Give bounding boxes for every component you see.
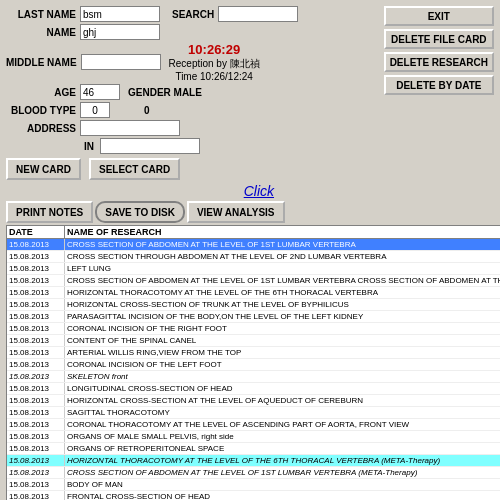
top-section: LAST NAME SEARCH NAME MIDDLE NAME 10:26:… [6, 6, 494, 180]
row-date: 15.08.2013 [7, 407, 65, 418]
table-header: DATE NAME OF RESEARCH [7, 226, 500, 239]
row-name: CROSS SECTION THROUGH ABDOMEN AT THE LEV… [65, 251, 500, 262]
view-analysis-button[interactable]: VIEW ANALYSIS [187, 201, 285, 223]
in-text-label: IN [80, 141, 94, 152]
left-form: LAST NAME SEARCH NAME MIDDLE NAME 10:26:… [6, 6, 380, 180]
row-name: CROSS SECTION OF ABDOMEN AT THE LEVEL OF… [65, 467, 500, 478]
row-date: 15.08.2013 [7, 299, 65, 310]
in-input[interactable] [100, 138, 200, 154]
delete-file-card-button[interactable]: DELETE FILE CARD [384, 29, 494, 49]
delete-research-button[interactable]: DELETE RESEARCH [384, 52, 494, 72]
name-row: NAME [6, 24, 380, 40]
main-container: LAST NAME SEARCH NAME MIDDLE NAME 10:26:… [0, 0, 500, 500]
blood-type-input[interactable] [80, 102, 110, 118]
col-name-header: NAME OF RESEARCH [65, 226, 500, 238]
row-name: CORONAL INCISION OF THE RIGHT FOOT [65, 323, 500, 334]
table-row[interactable]: 15.08.2013HORIZONTAL CROSS-SECTION AT TH… [7, 395, 500, 407]
search-label: SEARCH [172, 9, 214, 20]
row-name: HORIZONTAL THORACOTOMY AT THE LEVEL OF T… [65, 287, 500, 298]
middle-section: Click PRINT NOTES SAVE TO DISK VIEW ANAL… [6, 183, 494, 500]
table-row[interactable]: 15.08.2013PARASAGITTAL INCISION OF THE B… [7, 311, 500, 323]
table-body: 15.08.2013CROSS SECTION OF ABDOMEN AT TH… [7, 239, 500, 500]
blood-value-label: 0 [144, 105, 150, 116]
col-date-header: DATE [7, 226, 65, 238]
table-row[interactable]: 15.08.2013BODY OF MAN [7, 479, 500, 491]
row-date: 15.08.2013 [7, 395, 65, 406]
table-row[interactable]: 15.08.2013ORGANS OF MALE SMALL PELVIS, r… [7, 431, 500, 443]
left-middle: Click PRINT NOTES SAVE TO DISK VIEW ANAL… [6, 183, 500, 500]
row-date: 15.08.2013 [7, 263, 65, 274]
select-card-button[interactable]: SELECT CARD [89, 158, 180, 180]
table-row[interactable]: 15.08.2013CROSS SECTION THROUGH ABDOMEN … [7, 251, 500, 263]
research-table: DATE NAME OF RESEARCH 15.08.2013CROSS SE… [6, 225, 500, 500]
table-row[interactable]: 15.08.2013CROSS SECTION OF ABDOMEN AT TH… [7, 467, 500, 479]
row-date: 15.08.2013 [7, 371, 65, 382]
time-display: 10:26:29 [188, 42, 240, 57]
row-date: 15.08.2013 [7, 467, 65, 478]
blood-row: BLOOD TYPE 0 [6, 102, 380, 118]
exit-button[interactable]: EXIT [384, 6, 494, 26]
table-row[interactable]: 15.08.2013ARTERIAL WILLIS RING,VIEW FROM… [7, 347, 500, 359]
middle-name-input[interactable] [81, 54, 161, 70]
row-name: ARTERIAL WILLIS RING,VIEW FROM THE TOP [65, 347, 500, 358]
row-name: PARASAGITTAL INCISION OF THE BODY,ON THE… [65, 311, 500, 322]
table-row[interactable]: 15.08.2013CORONAL INCISION OF THE LEFT F… [7, 359, 500, 371]
row-date: 15.08.2013 [7, 479, 65, 490]
address-input[interactable] [80, 120, 180, 136]
card-buttons-row: NEW CARD SELECT CARD [6, 158, 380, 180]
row-date: 15.08.2013 [7, 239, 65, 250]
row-date: 15.08.2013 [7, 419, 65, 430]
row-name: LEFT LUNG [65, 263, 500, 274]
table-row[interactable]: 15.08.2013FRONTAL CROSS-SECTION OF HEAD [7, 491, 500, 500]
last-name-row: LAST NAME SEARCH [6, 6, 380, 22]
click-label[interactable]: Click [244, 183, 274, 199]
table-row[interactable]: 15.08.2013HORIZONTAL THORACOTOMY AT THE … [7, 455, 500, 467]
row-date: 15.08.2013 [7, 347, 65, 358]
table-row[interactable]: 15.08.2013HORIZONTAL THORACOTOMY AT THE … [7, 287, 500, 299]
row-name: CROSS SECTION OF ABDOMEN AT THE LEVEL OF… [65, 275, 500, 286]
address-row: ADDRESS [6, 120, 380, 136]
row-name: ORGANS OF RETROPERITONEAL SPACE [65, 443, 500, 454]
row-name: CORONAL THORACOTOMY AT THE LEVEL OF ASCE… [65, 419, 500, 430]
action-buttons-row: PRINT NOTES SAVE TO DISK VIEW ANALYSIS [6, 201, 500, 223]
save-to-disk-button[interactable]: SAVE TO DISK [95, 201, 185, 223]
row-name: CORONAL INCISION OF THE LEFT FOOT [65, 359, 500, 370]
table-row[interactable]: 15.08.2013LEFT LUNG [7, 263, 500, 275]
table-row[interactable]: 15.08.2013CROSS SECTION OF ABDOMEN AT TH… [7, 239, 500, 251]
table-row[interactable]: 15.08.2013SAGITTAL THORACOTOMY [7, 407, 500, 419]
table-row[interactable]: 15.08.2013ORGANS OF RETROPERITONEAL SPAC… [7, 443, 500, 455]
row-date: 15.08.2013 [7, 455, 65, 466]
table-row[interactable]: 15.08.2013HORIZONTAL CROSS-SECTION OF TR… [7, 299, 500, 311]
print-notes-button[interactable]: PRINT NOTES [6, 201, 93, 223]
middle-name-row: MIDDLE NAME 10:26:29 Reception by 陳北禎 Ti… [6, 42, 380, 82]
new-card-button[interactable]: NEW CARD [6, 158, 81, 180]
row-name: CONTENT OF THE SPINAL CANEL [65, 335, 500, 346]
row-name: SKELETON front [65, 371, 500, 382]
row-date: 15.08.2013 [7, 311, 65, 322]
age-input[interactable] [80, 84, 120, 100]
right-buttons: EXIT DELETE FILE CARD DELETE RESEARCH DE… [384, 6, 494, 180]
row-name: HORIZONTAL THORACOTOMY AT THE LEVEL OF T… [65, 455, 500, 466]
row-name: ORGANS OF MALE SMALL PELVIS, right side [65, 431, 500, 442]
address-label: ADDRESS [6, 123, 76, 134]
row-name: FRONTAL CROSS-SECTION OF HEAD [65, 491, 500, 500]
row-date: 15.08.2013 [7, 335, 65, 346]
table-row[interactable]: 15.08.2013CROSS SECTION OF ABDOMEN AT TH… [7, 275, 500, 287]
table-row[interactable]: 15.08.2013LONGITUDINAL CROSS-SECTION OF … [7, 383, 500, 395]
row-date: 15.08.2013 [7, 275, 65, 286]
row-date: 15.08.2013 [7, 491, 65, 500]
search-input[interactable] [218, 6, 298, 22]
delete-by-date-button[interactable]: DELETE BY DATE [384, 75, 494, 95]
age-label: AGE [6, 87, 76, 98]
last-name-label: LAST NAME [6, 9, 76, 20]
table-row[interactable]: 15.08.2013CONTENT OF THE SPINAL CANEL [7, 335, 500, 347]
row-name: CROSS SECTION OF ABDOMEN AT THE LEVEL OF… [65, 239, 500, 250]
blood-type-label: BLOOD TYPE [6, 105, 76, 116]
last-name-input[interactable] [80, 6, 160, 22]
row-name: LONGITUDINAL CROSS-SECTION OF HEAD [65, 383, 500, 394]
table-row[interactable]: 15.08.2013SKELETON front [7, 371, 500, 383]
table-row[interactable]: 15.08.2013CORONAL THORACOTOMY AT THE LEV… [7, 419, 500, 431]
name-label: NAME [6, 27, 76, 38]
table-row[interactable]: 15.08.2013CORONAL INCISION OF THE RIGHT … [7, 323, 500, 335]
name-input[interactable] [80, 24, 160, 40]
